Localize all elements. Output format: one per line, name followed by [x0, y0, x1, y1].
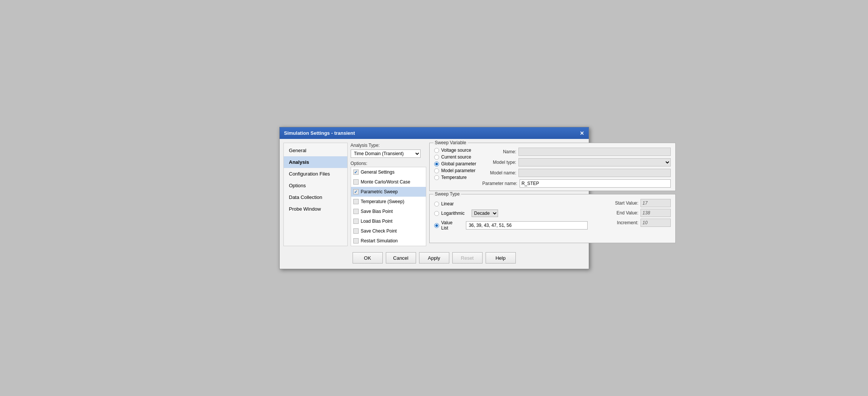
radio-btn-linear[interactable] — [434, 202, 439, 206]
checkbox-restart-simulation[interactable] — [353, 238, 359, 243]
radio-btn-model-parameter[interactable] — [434, 168, 439, 173]
right-panel: Sweep Variable Voltage source Current so… — [429, 143, 676, 246]
option-temperature-sweep[interactable]: Temperature (Sweep) — [351, 197, 426, 206]
sidebar-item-data-collection[interactable]: Data Collection — [284, 191, 347, 203]
radio-temperature[interactable]: Temperature — [434, 175, 477, 180]
name-label: Name: — [482, 149, 516, 154]
increment-row: Increment: — [608, 219, 671, 227]
checkbox-load-bias-point[interactable] — [353, 219, 359, 224]
option-save-bias-point[interactable]: Save Bias Point — [351, 206, 426, 216]
option-save-check-point[interactable]: Save Check Point — [351, 226, 426, 236]
apply-button[interactable]: Apply — [419, 252, 449, 263]
value-list-input[interactable] — [466, 221, 588, 230]
start-value-input[interactable] — [641, 199, 671, 207]
parameter-name-input[interactable] — [520, 179, 671, 188]
increment-input[interactable] — [641, 219, 671, 227]
model-name-label: Model name: — [482, 170, 516, 176]
option-load-bias-point[interactable]: Load Bias Point — [351, 216, 426, 226]
parameter-name-label: Parameter name: — [482, 181, 517, 186]
title-bar: Simulation Settings - transient ✕ — [280, 127, 589, 139]
close-button[interactable]: ✕ — [580, 131, 584, 136]
options-group: Options: ✓ General Settings Monte Carlo/… — [351, 161, 426, 246]
sidebar-item-options[interactable]: Options — [284, 180, 347, 191]
radio-logarithmic[interactable]: Logarithmic — [434, 211, 465, 216]
sidebar-item-probe-window[interactable]: Probe Window — [284, 203, 347, 215]
sweep-variable-title: Sweep Variable — [433, 140, 468, 145]
radio-voltage-source[interactable]: Voltage source — [434, 148, 477, 153]
radio-model-parameter[interactable]: Model parameter — [434, 168, 477, 173]
checkbox-parametric-sweep[interactable]: ✓ — [353, 189, 359, 194]
left-nav-panel: General Analysis Configuration Files Opt… — [283, 143, 348, 246]
checkbox-temperature-sweep[interactable] — [353, 199, 359, 204]
sweep-type-group: Sweep Type Start Value: End Value: Incre — [429, 194, 676, 243]
sweep-type-logarithmic-row: Logarithmic Decade Octave — [434, 210, 588, 217]
analysis-type-select-row: Time Domain (Transient) — [351, 149, 426, 158]
dialog-title: Simulation Settings - transient — [284, 130, 355, 136]
start-end-increment-fields: Start Value: End Value: Increment: — [608, 199, 671, 227]
model-type-label: Model type: — [482, 160, 516, 165]
main-area: General Analysis Configuration Files Opt… — [283, 143, 585, 246]
option-restart-simulation[interactable]: Restart Simulation — [351, 236, 426, 246]
model-type-field-row: Model type: — [482, 158, 671, 166]
radio-value-list[interactable]: Value List — [434, 220, 460, 231]
logarithmic-type-select[interactable]: Decade Octave — [472, 210, 498, 217]
cancel-button[interactable]: Cancel — [386, 252, 416, 263]
dialog-buttons: OK Cancel Apply Reset Help — [283, 249, 585, 265]
radio-btn-global-parameter[interactable] — [434, 162, 439, 166]
name-field-row: Name: — [482, 148, 671, 156]
end-value-input[interactable] — [641, 209, 671, 217]
end-value-row: End Value: — [608, 209, 671, 217]
reset-button[interactable]: Reset — [452, 252, 483, 263]
option-monte-carlo[interactable]: Monte Carlo/Worst Case — [351, 177, 426, 187]
radio-linear[interactable]: Linear — [434, 201, 454, 206]
ok-button[interactable]: OK — [353, 252, 383, 263]
model-name-field-row: Model name: — [482, 169, 671, 177]
sweep-variable-fields: Name: Model type: Model name: — [482, 148, 671, 188]
sweep-type-title: Sweep Type — [433, 191, 461, 197]
option-parametric-sweep[interactable]: ✓ Parametric Sweep — [351, 187, 426, 197]
analysis-type-group: Analysis Type: Time Domain (Transient) — [351, 143, 426, 158]
sweep-variable-radios: Voltage source Current source Global par… — [434, 148, 477, 188]
radio-current-source[interactable]: Current source — [434, 154, 477, 160]
sweep-variable-content: Voltage source Current source Global par… — [434, 148, 671, 188]
checkbox-monte-carlo[interactable] — [353, 179, 359, 185]
option-general-settings[interactable]: ✓ General Settings — [351, 167, 426, 177]
analysis-type-label: Analysis Type: — [351, 143, 426, 148]
analysis-type-select[interactable]: Time Domain (Transient) — [351, 149, 421, 158]
start-value-label: Start Value: — [608, 200, 638, 206]
checkbox-save-check-point[interactable] — [353, 228, 359, 234]
sweep-type-linear-row: Linear — [434, 201, 588, 206]
options-list: ✓ General Settings Monte Carlo/Worst Cas… — [351, 167, 426, 246]
model-name-input[interactable] — [518, 169, 671, 177]
checkbox-general-settings[interactable]: ✓ — [353, 169, 359, 175]
name-input[interactable] — [518, 148, 671, 156]
help-button[interactable]: Help — [486, 252, 516, 263]
sidebar-item-configuration-files[interactable]: Configuration Files — [284, 168, 347, 180]
sweep-variable-group: Sweep Variable Voltage source Current so… — [429, 143, 676, 191]
increment-label: Increment: — [608, 220, 638, 225]
options-label: Options: — [351, 161, 426, 166]
radio-btn-value-list[interactable] — [434, 223, 439, 228]
radio-btn-logarithmic[interactable] — [434, 211, 439, 216]
checkbox-save-bias-point[interactable] — [353, 209, 359, 214]
end-value-label: End Value: — [608, 210, 638, 216]
sidebar-item-general[interactable]: General — [284, 145, 347, 156]
radio-btn-voltage-source[interactable] — [434, 148, 439, 153]
radio-btn-current-source[interactable] — [434, 155, 439, 160]
radio-btn-temperature[interactable] — [434, 175, 439, 180]
model-type-select[interactable] — [518, 158, 671, 166]
parameter-name-field-row: Parameter name: — [482, 179, 671, 188]
log-dropdown-container: Decade Octave — [472, 210, 498, 217]
radio-global-parameter[interactable]: Global parameter — [434, 161, 477, 166]
start-value-row: Start Value: — [608, 199, 671, 207]
center-panel: Analysis Type: Time Domain (Transient) O… — [351, 143, 426, 246]
dialog-body: General Analysis Configuration Files Opt… — [280, 139, 589, 269]
sweep-type-valuelist-row: Value List — [434, 220, 588, 231]
sidebar-item-analysis[interactable]: Analysis — [284, 156, 347, 168]
simulation-settings-dialog: Simulation Settings - transient ✕ Genera… — [279, 127, 589, 269]
